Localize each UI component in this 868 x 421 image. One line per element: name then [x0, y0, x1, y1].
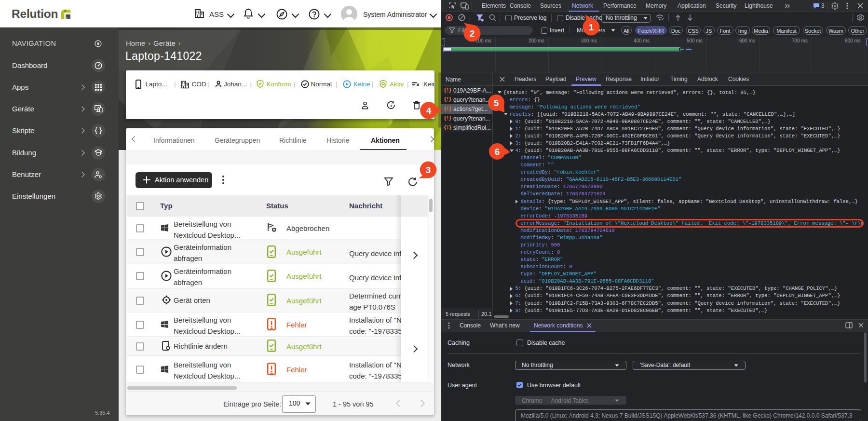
svg-text:1: 1 — [588, 22, 594, 32]
svg-text:6: 6 — [495, 146, 500, 156]
svg-text:5: 5 — [494, 97, 499, 108]
svg-text:4: 4 — [426, 106, 432, 116]
svg-text:3: 3 — [426, 165, 431, 175]
svg-text:2: 2 — [469, 28, 475, 38]
